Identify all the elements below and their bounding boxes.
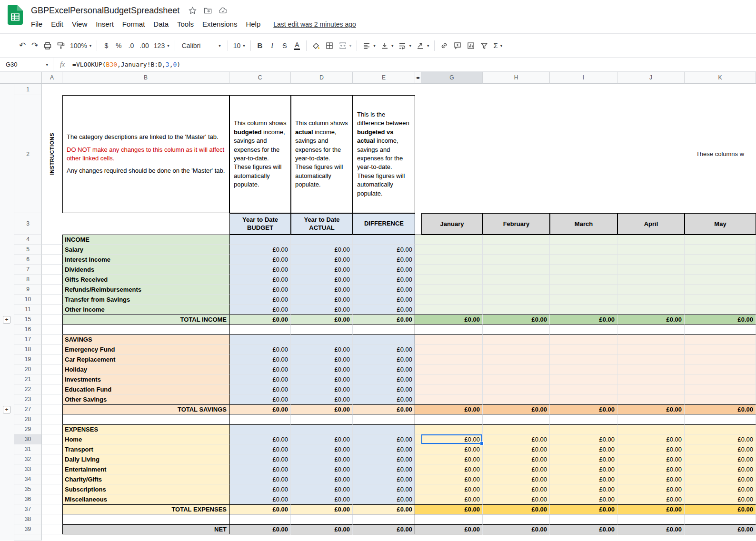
text-rotation-button[interactable]: ▾ xyxy=(414,39,432,52)
cell-B16[interactable] xyxy=(62,325,229,334)
cell-B15[interactable]: TOTAL INCOME xyxy=(62,315,229,325)
cell-J36[interactable]: £0.00 xyxy=(617,494,685,504)
create-filter-button[interactable] xyxy=(477,39,491,52)
cell-D5[interactable]: £0.00 xyxy=(291,245,353,255)
cell-K31[interactable]: £0.00 xyxy=(685,444,756,454)
cell-E15[interactable]: £0.00 xyxy=(353,315,415,325)
cell-H4[interactable] xyxy=(483,235,550,245)
cell-G28[interactable] xyxy=(421,414,483,424)
cell-E17[interactable] xyxy=(353,334,415,344)
cell-I35[interactable]: £0.00 xyxy=(550,484,617,494)
cell-I31[interactable]: £0.00 xyxy=(550,444,617,454)
cell-H31[interactable]: £0.00 xyxy=(483,444,550,454)
cell-H19[interactable] xyxy=(483,354,550,364)
cell-E30[interactable]: £0.00 xyxy=(353,434,415,444)
menu-data[interactable]: Data xyxy=(149,19,173,29)
cell-B9[interactable]: Refunds/Reimbursements xyxy=(62,285,229,295)
cell-K11[interactable] xyxy=(685,305,756,315)
cell-E38[interactable] xyxy=(353,514,415,524)
menu-tools[interactable]: Tools xyxy=(173,19,198,29)
cell-D31[interactable]: £0.00 xyxy=(291,444,353,454)
menu-insert[interactable]: Insert xyxy=(91,19,118,29)
cell-H11[interactable] xyxy=(483,305,550,315)
paint-format-button[interactable] xyxy=(54,39,68,52)
cell-H8[interactable] xyxy=(483,275,550,285)
cell-C15[interactable]: £0.00 xyxy=(229,315,291,325)
cell-J22[interactable] xyxy=(617,384,685,394)
cell-B28[interactable] xyxy=(62,414,229,424)
cell-E5[interactable]: £0.00 xyxy=(353,245,415,255)
cell-H3[interactable]: February xyxy=(483,213,550,235)
strikethrough-button[interactable]: S xyxy=(279,39,291,52)
cell-H32[interactable]: £0.00 xyxy=(483,454,550,464)
decrease-decimal-button[interactable]: .0 xyxy=(125,39,137,52)
cell-B33[interactable]: Entertainment xyxy=(62,464,229,474)
menu-file[interactable]: File xyxy=(27,19,47,29)
cell-I16[interactable] xyxy=(550,325,617,334)
row-header-33[interactable]: 33 xyxy=(14,464,42,474)
more-formats-button[interactable]: 123▾ xyxy=(151,39,172,52)
cell-A33[interactable] xyxy=(42,464,62,474)
font-size-select[interactable]: 10▾ xyxy=(231,39,248,52)
select-all-corner[interactable] xyxy=(0,72,42,84)
expand-hidden-rows-button[interactable]: + xyxy=(3,406,10,413)
cell-C39[interactable]: £0.00 xyxy=(229,524,291,534)
cell-E39[interactable]: £0.00 xyxy=(353,524,415,534)
row-header-6[interactable]: 6 xyxy=(14,255,42,265)
cell-I20[interactable] xyxy=(550,364,617,374)
cell-J5[interactable] xyxy=(617,245,685,255)
cell-D22[interactable]: £0.00 xyxy=(291,384,353,394)
cell-G18[interactable] xyxy=(421,344,483,354)
cell-I34[interactable]: £0.00 xyxy=(550,474,617,484)
cell-I9[interactable] xyxy=(550,285,617,295)
cell-B35[interactable]: Subscriptions xyxy=(62,484,229,494)
cell-B27[interactable]: TOTAL SAVINGS xyxy=(62,404,229,414)
cell-C34[interactable]: £0.00 xyxy=(229,474,291,484)
cell-E35[interactable]: £0.00 xyxy=(353,484,415,494)
cell-B23[interactable]: Other Savings xyxy=(62,394,229,404)
cell-K17[interactable] xyxy=(685,334,756,344)
cell-D19[interactable]: £0.00 xyxy=(291,354,353,364)
cell-E2-instructions[interactable]: This is the difference between budgeted … xyxy=(353,95,415,213)
cell-G21[interactable] xyxy=(421,374,483,384)
cell-K6[interactable] xyxy=(685,255,756,265)
cell-C27[interactable]: £0.00 xyxy=(229,404,291,414)
cell-C29[interactable] xyxy=(229,424,291,434)
cell-A18[interactable] xyxy=(42,344,62,354)
column-header-J[interactable]: J xyxy=(617,72,685,84)
cell-J32[interactable]: £0.00 xyxy=(617,454,685,464)
cell-J19[interactable] xyxy=(617,354,685,364)
cell-K28[interactable] xyxy=(685,414,756,424)
cell-D21[interactable]: £0.00 xyxy=(291,374,353,384)
cell-K37[interactable]: £0.00 xyxy=(685,504,756,514)
cell-I17[interactable] xyxy=(550,334,617,344)
row-header-20[interactable]: 20 xyxy=(14,364,42,374)
row-header-23[interactable]: 23 xyxy=(14,394,42,404)
cell-H17[interactable] xyxy=(483,334,550,344)
column-header-C[interactable]: C xyxy=(229,72,291,84)
cell-C17[interactable] xyxy=(229,334,291,344)
cell-J15[interactable]: £0.00 xyxy=(617,315,685,325)
cell-C30[interactable]: £0.00 xyxy=(229,434,291,444)
cells-G2-J2[interactable] xyxy=(421,95,685,213)
star-icon[interactable] xyxy=(188,6,197,15)
cell-D10[interactable]: £0.00 xyxy=(291,295,353,305)
cell-J9[interactable] xyxy=(617,285,685,295)
cell-H37[interactable]: £0.00 xyxy=(483,504,550,514)
cell-B29[interactable]: EXPENSES xyxy=(62,424,229,434)
cell-A19[interactable] xyxy=(42,354,62,364)
cell-B7[interactable]: Dividends xyxy=(62,265,229,275)
cell-D27[interactable]: £0.00 xyxy=(291,404,353,414)
cell-J39[interactable]: £0.00 xyxy=(617,524,685,534)
cell-H10[interactable] xyxy=(483,295,550,305)
format-currency-button[interactable]: $ xyxy=(100,39,112,52)
cell-K10[interactable] xyxy=(685,295,756,305)
row-header-31[interactable]: 31 xyxy=(14,444,42,454)
cell-K34[interactable]: £0.00 xyxy=(685,474,756,484)
cell-B4[interactable]: INCOME xyxy=(62,235,229,245)
cell-E33[interactable]: £0.00 xyxy=(353,464,415,474)
cell-B11[interactable]: Other Income xyxy=(62,305,229,315)
cell-D8[interactable]: £0.00 xyxy=(291,275,353,285)
row-header-34[interactable]: 34 xyxy=(14,474,42,484)
cell-G37[interactable]: £0.00 xyxy=(421,504,483,514)
